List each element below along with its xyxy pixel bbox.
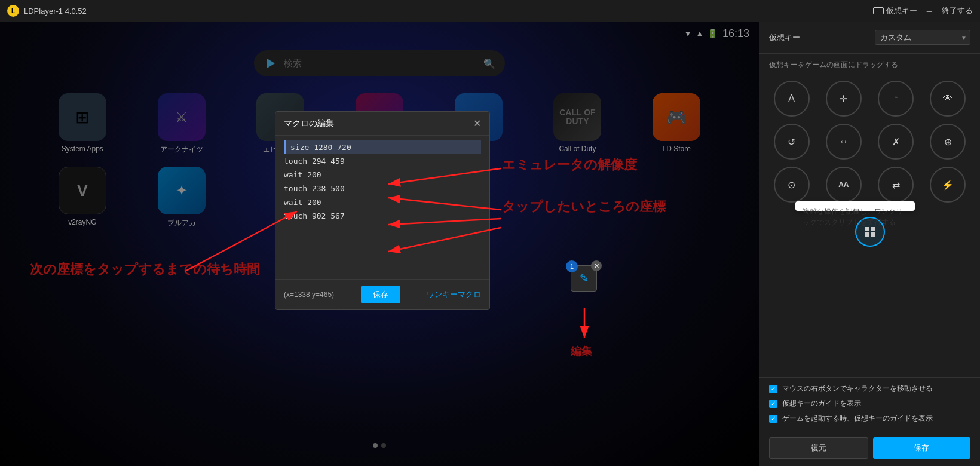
checkbox-check-2: ✓	[771, 400, 776, 407]
macro-onekey-button[interactable]: ワンキーマクロ	[427, 289, 481, 300]
key-btn-dpad[interactable]: ✛	[826, 81, 862, 116]
panel-label: 仮想キー	[769, 32, 800, 43]
exit-label: 終了する	[942, 5, 973, 16]
tooltip-box: 複雑な操作を記録し、ワンクリックでスクリプトを実行する	[795, 201, 915, 211]
key-btn-up[interactable]: ↑	[878, 81, 914, 116]
panel-select-wrapper[interactable]: カスタム	[875, 30, 970, 45]
key-btn-A[interactable]: A	[774, 81, 810, 116]
checkbox-2[interactable]: ✓	[769, 400, 777, 408]
macro-line-2[interactable]: touch 294 459	[284, 154, 481, 168]
floating-edit-button[interactable]: 1 ✕ ✎	[571, 265, 597, 292]
svg-rect-7	[865, 227, 869, 231]
reset-button[interactable]: 復元	[769, 437, 868, 459]
exit-button[interactable]: 終了する	[942, 5, 973, 16]
key-btn-aa[interactable]: AA	[826, 167, 862, 203]
svg-rect-9	[871, 227, 875, 231]
keys-grid: A ✛ ↑ 👁 ↺ ↔ ✗ ⊕ ⊙ AA ⇄ ⚡	[760, 76, 980, 207]
checkbox-row-3[interactable]: ✓ ゲームを起動する時、仮想キーのガイドを表示	[769, 413, 970, 424]
macro-save-button[interactable]: 保存	[361, 286, 400, 303]
float-number: 1	[566, 260, 578, 272]
checkbox-3[interactable]: ✓	[769, 415, 777, 423]
emulator-area: ▼ ▲ 🔋 16:13 検索 🔍 ⊞ System Apps ⚔ アークナイツ	[0, 22, 759, 466]
macro-dialog-close-button[interactable]: ✕	[473, 118, 481, 129]
svg-rect-10	[871, 232, 875, 237]
panel-header: 仮想キー カスタム	[760, 22, 980, 54]
macro-dialog: マクロの編集 ✕ size 1280 720 touch 294 459 wai…	[275, 111, 490, 310]
macro-line-5[interactable]: wait 200	[284, 195, 481, 209]
checkbox-label-1: マウスの右ボタンでキャラクターを移動させる	[782, 384, 933, 394]
title-bar-actions: 仮想キー ─ 終了する	[873, 5, 973, 16]
virtual-key-toggle[interactable]: 仮想キー	[873, 5, 917, 16]
panel-drag-hint: 仮想キーをゲームの画面にドラッグする	[760, 54, 980, 76]
panel-checkboxes: ✓ マウスの右ボタンでキャラクターを移動させる ✓ 仮想キーのガイドを表示 ✓ …	[760, 377, 980, 430]
key-btn-cancel[interactable]: ✗	[878, 124, 914, 160]
confirm-button[interactable]: 保存	[873, 437, 971, 459]
key-btn-swap[interactable]: ⇄	[878, 167, 914, 203]
macro-dialog-body: size 1280 720 touch 294 459 wait 200 tou…	[275, 136, 489, 279]
svg-rect-8	[865, 232, 869, 237]
key-btn-fire[interactable]: ⊙	[774, 167, 810, 203]
panel-actions: 復元 保存	[760, 430, 980, 466]
panel-select[interactable]: カスタム	[875, 30, 970, 45]
checkbox-check-1: ✓	[771, 385, 776, 392]
checkbox-row-2[interactable]: ✓ 仮想キーのガイドを表示	[769, 398, 970, 409]
app-title: LDPlayer-1 4.0.52	[24, 7, 87, 16]
record-section: 複雑な操作を記録し、ワンクリックでスクリプトを実行する	[760, 207, 980, 256]
key-btn-move[interactable]: ↔	[826, 124, 862, 160]
macro-line-3[interactable]: wait 200	[284, 168, 481, 182]
checkbox-label-2: 仮想キーのガイドを表示	[782, 398, 861, 409]
checkbox-1[interactable]: ✓	[769, 385, 777, 393]
key-btn-aim[interactable]: ⊕	[930, 124, 966, 160]
key-btn-quick[interactable]: ⚡	[930, 167, 966, 203]
checkbox-row-1[interactable]: ✓ マウスの右ボタンでキャラクターを移動させる	[769, 384, 970, 394]
macro-line-6[interactable]: touch 902 567	[284, 209, 481, 223]
key-btn-view[interactable]: 👁	[930, 81, 966, 116]
app-logo: L	[7, 5, 19, 17]
record-icon	[863, 225, 877, 238]
macro-dialog-header: マクロの編集 ✕	[275, 112, 489, 136]
float-close-icon[interactable]: ✕	[591, 260, 602, 271]
right-panel: 仮想キー カスタム 仮想キーをゲームの画面にドラッグする A ✛ ↑ 👁 ↺ ↔…	[759, 22, 980, 466]
minimize-button[interactable]: ─	[927, 7, 932, 16]
virtual-key-label: 仮想キー	[886, 5, 917, 16]
checkbox-label-3: ゲームを起動する時、仮想キーのガイドを表示	[782, 413, 933, 424]
tooltip-text: 複雑な操作を記録し、ワンクリックでスクリプトを実行する	[803, 207, 903, 226]
float-icon-wrap: 1 ✕ ✎	[571, 265, 597, 292]
macro-dialog-footer: (x=1338 y=465) 保存 ワンキーマクロ	[275, 279, 489, 309]
key-btn-rotate[interactable]: ↺	[774, 124, 810, 160]
macro-line-4[interactable]: touch 238 500	[284, 182, 481, 195]
checkbox-check-3: ✓	[771, 415, 776, 422]
macro-dialog-title: マクロの編集	[284, 118, 334, 129]
keyboard-icon	[873, 7, 884, 14]
macro-coord-display: (x=1338 y=465)	[284, 290, 334, 299]
title-bar: L LDPlayer-1 4.0.52 仮想キー ─ 終了する	[0, 0, 980, 22]
macro-line-1[interactable]: size 1280 720	[284, 140, 481, 154]
